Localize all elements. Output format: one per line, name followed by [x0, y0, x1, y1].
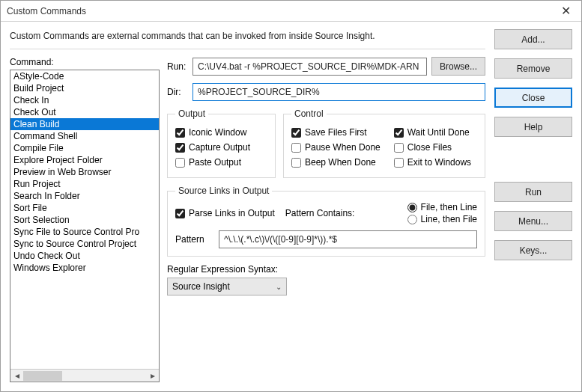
pattern-input[interactable] — [219, 230, 477, 248]
exit-to-windows-check[interactable]: Exit to Windows — [394, 155, 471, 170]
capture-output-check[interactable]: Capture Output — [175, 140, 267, 155]
beep-when-done-checkbox[interactable] — [291, 158, 301, 168]
menu-button[interactable]: Menu... — [494, 211, 572, 231]
divider — [10, 49, 485, 49]
output-legend: Output — [175, 108, 208, 119]
list-item[interactable]: Run Project — [10, 178, 159, 190]
list-item[interactable]: Sync to Source Control Project — [10, 238, 159, 250]
browse-button[interactable]: Browse... — [431, 57, 485, 76]
add-button[interactable]: Add... — [494, 29, 572, 49]
dialog-content: Custom Commands are external commands th… — [1, 22, 581, 391]
control-columns: Save Files First Pause When Done Beep Wh… — [291, 125, 477, 170]
close-icon[interactable]: ✕ — [550, 1, 581, 22]
paste-output-checkbox[interactable] — [175, 158, 185, 168]
list-item[interactable]: Search In Folder — [10, 190, 159, 202]
list-item[interactable]: Clean Build — [10, 118, 159, 130]
control-fieldset: Control Save Files First Pause When Done… — [283, 108, 485, 178]
list-item[interactable]: Undo Check Out — [10, 250, 159, 262]
control-col-1: Save Files First Pause When Done Beep Wh… — [291, 125, 381, 170]
paste-output-check[interactable]: Paste Output — [175, 155, 267, 170]
close-files-check[interactable]: Close Files — [394, 140, 471, 155]
dir-input[interactable] — [193, 83, 485, 101]
run-input[interactable] — [193, 58, 427, 76]
titlebar: Custom Commands ✕ — [1, 1, 581, 22]
wait-until-done-checkbox[interactable] — [394, 128, 404, 138]
help-button[interactable]: Help — [494, 117, 572, 137]
button-column: Add... Remove Close Help Run Menu... Key… — [494, 29, 572, 382]
control-legend: Control — [291, 108, 327, 119]
list-item[interactable]: Check Out — [10, 106, 159, 118]
intro-text: Custom Commands are external commands th… — [10, 31, 485, 41]
list-item[interactable]: Compile File — [10, 142, 159, 154]
horizontal-scrollbar[interactable]: ◂ ▸ — [10, 369, 159, 382]
list-item[interactable]: Command Shell — [10, 130, 159, 142]
regex-label: Regular Expression Syntax: — [167, 264, 485, 275]
command-label: Command: — [10, 57, 160, 67]
pattern-row: Pattern — [175, 230, 477, 248]
body-row: Command: AStyle-CodeBuild ProjectCheck I… — [10, 57, 485, 382]
list-item[interactable]: Check In — [10, 94, 159, 106]
pattern-label: Pattern — [175, 234, 213, 245]
remove-button[interactable]: Remove — [494, 58, 572, 79]
iconic-window-checkbox[interactable] — [175, 128, 185, 138]
scroll-left-icon[interactable]: ◂ — [10, 370, 23, 382]
source-links-legend: Source Links in Output — [175, 186, 272, 196]
window-title: Custom Commands — [7, 6, 550, 16]
list-item[interactable]: AStyle-Code — [10, 70, 159, 82]
line-then-file-radio[interactable]: Line, then File — [407, 214, 477, 224]
parse-links-check[interactable]: Parse Links in Output — [175, 206, 275, 221]
list-item[interactable]: Preview in Web Browser — [10, 166, 159, 178]
regex-syntax-value: Source Insight — [172, 281, 230, 292]
iconic-window-check[interactable]: Iconic Window — [175, 125, 267, 140]
source-links-top: Parse Links in Output Pattern Contains: … — [175, 202, 477, 224]
save-files-check[interactable]: Save Files First — [291, 125, 381, 140]
control-col-2: Wait Until Done Close Files Exit to Wind… — [394, 125, 471, 170]
pattern-radios: File, then Line Line, then File — [407, 202, 477, 224]
pause-when-done-check[interactable]: Pause When Done — [291, 140, 381, 155]
keys-button[interactable]: Keys... — [494, 240, 572, 260]
pattern-contains-label: Pattern Contains: — [285, 208, 355, 218]
settings-column: Run: Browse... Dir: Output Iconic Window… — [167, 57, 485, 382]
capture-output-checkbox[interactable] — [175, 143, 185, 153]
close-files-checkbox[interactable] — [394, 143, 404, 153]
list-item[interactable]: Build Project — [10, 82, 159, 94]
regex-row: Regular Expression Syntax: Source Insigh… — [167, 264, 485, 295]
list-item[interactable]: Windows Explorer — [10, 262, 159, 274]
list-item[interactable]: Sync File to Source Control Pro — [10, 226, 159, 238]
exit-to-windows-checkbox[interactable] — [394, 158, 404, 168]
pause-when-done-checkbox[interactable] — [291, 143, 301, 153]
scroll-right-icon[interactable]: ▸ — [146, 370, 159, 382]
run-label: Run: — [167, 61, 188, 72]
list-item[interactable]: Sort File — [10, 202, 159, 214]
line-then-file-input[interactable] — [407, 215, 417, 224]
dir-row: Dir: — [167, 83, 485, 101]
run-button[interactable]: Run — [494, 182, 572, 202]
output-control-row: Output Iconic Window Capture Output Past… — [167, 108, 485, 178]
source-links-fieldset: Source Links in Output Parse Links in Ou… — [167, 186, 485, 257]
wait-until-done-check[interactable]: Wait Until Done — [394, 125, 471, 140]
scroll-thumb[interactable] — [23, 371, 62, 381]
custom-commands-dialog: Custom Commands ✕ Custom Commands are ex… — [0, 0, 582, 392]
main-area: Custom Commands are external commands th… — [10, 29, 485, 382]
file-then-line-input[interactable] — [407, 203, 417, 212]
list-item[interactable]: Sort Selection — [10, 214, 159, 226]
regex-syntax-combo[interactable]: Source Insight ⌄ — [167, 278, 287, 295]
parse-links-checkbox[interactable] — [175, 209, 185, 218]
file-then-line-radio[interactable]: File, then Line — [407, 202, 477, 212]
command-list-items: AStyle-CodeBuild ProjectCheck InCheck Ou… — [10, 70, 159, 369]
save-files-checkbox[interactable] — [291, 128, 301, 138]
close-button[interactable]: Close — [494, 88, 572, 108]
chevron-down-icon: ⌄ — [276, 283, 282, 291]
command-column: Command: AStyle-CodeBuild ProjectCheck I… — [10, 57, 160, 382]
list-item[interactable]: Explore Project Folder — [10, 154, 159, 166]
beep-when-done-check[interactable]: Beep When Done — [291, 155, 381, 170]
command-listbox[interactable]: AStyle-CodeBuild ProjectCheck InCheck Ou… — [10, 70, 160, 382]
dir-label: Dir: — [167, 87, 188, 97]
run-row: Run: Browse... — [167, 57, 485, 76]
output-fieldset: Output Iconic Window Capture Output Past… — [167, 108, 276, 178]
scroll-track[interactable] — [23, 370, 146, 382]
